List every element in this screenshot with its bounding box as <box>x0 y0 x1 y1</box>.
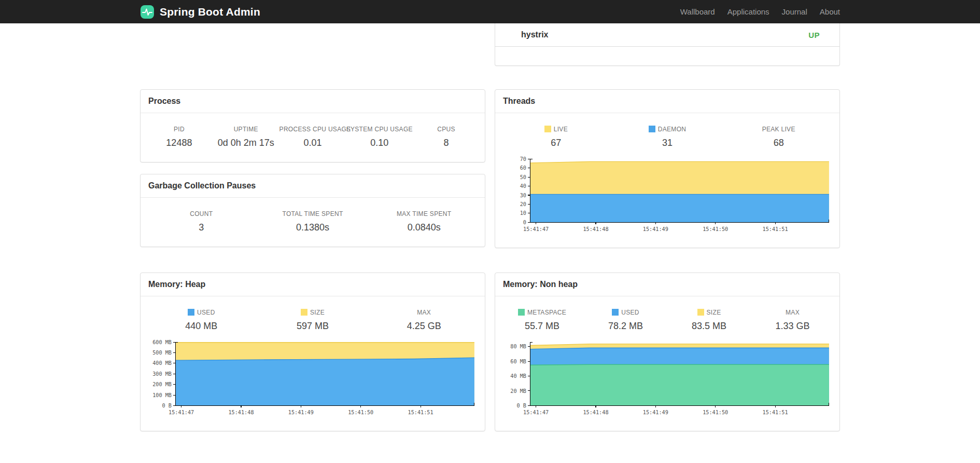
memory-heap-panel: Memory: Heap USED 440 MB SIZE 597 MB MAX… <box>140 273 485 431</box>
panel-title: Garbage Collection Pauses <box>148 181 256 190</box>
panel-title: Memory: Heap <box>148 280 205 289</box>
stat-used: USED 78.2 MB <box>584 309 667 332</box>
stat-value: 0.1380s <box>257 222 369 233</box>
svg-text:15:41:48: 15:41:48 <box>583 410 608 415</box>
stat-daemon: DAEMON 31 <box>612 126 723 148</box>
stat-label: PEAK LIVE <box>723 126 834 133</box>
status-badge: UP <box>808 31 820 39</box>
svg-text:0: 0 <box>523 220 526 225</box>
svg-text:500 MB: 500 MB <box>152 350 172 356</box>
stat-value: 55.7 MB <box>500 321 584 332</box>
stat-label: SIZE <box>257 309 369 316</box>
svg-text:20: 20 <box>520 201 526 207</box>
legend-marker <box>301 309 307 316</box>
stat-label: TOTAL TIME SPENT <box>257 210 369 217</box>
nav-link-about[interactable]: About <box>814 7 840 16</box>
svg-text:30: 30 <box>520 193 526 198</box>
navbar-inner: Spring Boot Admin Wallboard Applications… <box>140 0 840 23</box>
stat-label: PID <box>146 126 213 133</box>
stat-label: MAX <box>368 309 480 316</box>
legend-marker <box>612 309 619 316</box>
process-stats: PID 12488 UPTIME 0d 0h 2m 17s PROCESS CP… <box>141 113 485 162</box>
stat-label: MAX <box>751 309 834 316</box>
nav-links: Wallboard Applications Journal About <box>674 7 840 16</box>
brand[interactable]: Spring Boot Admin <box>140 5 260 19</box>
nav-link-journal[interactable]: Journal <box>776 7 814 16</box>
nav-link-applications[interactable]: Applications <box>721 7 776 16</box>
panel-title: Memory: Non heap <box>503 280 578 289</box>
svg-text:15:41:50: 15:41:50 <box>348 410 373 415</box>
stat-max: MAX 1.33 GB <box>751 309 834 332</box>
stat-max: MAX 4.25 GB <box>368 309 480 332</box>
gc-panel: Garbage Collection Pauses COUNT 3 TOTAL … <box>140 174 485 247</box>
svg-text:15:41:48: 15:41:48 <box>583 226 608 232</box>
memory-heap-chart: 0 B100 MB200 MB300 MB400 MB500 MB600 MB1… <box>141 337 485 431</box>
svg-text:400 MB: 400 MB <box>152 360 172 366</box>
nonheap-legend: METASPACE 55.7 MB USED 78.2 MB SIZE 83.5… <box>495 296 839 337</box>
stat-label: USED <box>584 309 667 316</box>
svg-text:80 MB: 80 MB <box>510 344 526 349</box>
svg-text:0 B: 0 B <box>162 403 172 408</box>
memory-nonheap-chart: 0 B20 MB40 MB60 MB80 MB15:41:4715:41:481… <box>495 337 839 431</box>
stat-size: SIZE 597 MB <box>257 309 369 332</box>
stat-value: 0.10 <box>346 138 413 148</box>
stat-label: DAEMON <box>612 126 723 133</box>
svg-text:50: 50 <box>520 174 526 180</box>
top-navbar: Spring Boot Admin Wallboard Applications… <box>0 0 980 23</box>
svg-text:200 MB: 200 MB <box>152 382 172 387</box>
stat-label: MAX TIME SPENT <box>368 210 480 217</box>
memory-heap-panel-heading: Memory: Heap <box>141 273 485 296</box>
nav-link-wallboard[interactable]: Wallboard <box>674 7 721 16</box>
stat-value: 0d 0h 2m 17s <box>213 138 279 148</box>
svg-text:40 MB: 40 MB <box>510 373 526 379</box>
stat-live: LIVE 67 <box>500 126 612 148</box>
svg-text:15:41:49: 15:41:49 <box>643 410 668 415</box>
stat-label: COUNT <box>146 210 257 217</box>
brand-title[interactable]: Spring Boot Admin <box>160 6 260 18</box>
svg-text:15:41:51: 15:41:51 <box>763 226 788 232</box>
stat-value: 1.33 GB <box>751 321 834 332</box>
svg-text:15:41:47: 15:41:47 <box>523 226 549 232</box>
svg-text:300 MB: 300 MB <box>152 371 172 377</box>
stat-uptime: UPTIME 0d 0h 2m 17s <box>213 126 279 148</box>
application-name-link[interactable]: hystrix <box>521 30 548 39</box>
stat-value: 4.25 GB <box>368 321 480 332</box>
svg-text:15:41:49: 15:41:49 <box>288 410 314 415</box>
stat-label: METASPACE <box>500 309 584 316</box>
stat-used: USED 440 MB <box>146 309 257 332</box>
svg-text:15:41:50: 15:41:50 <box>703 226 728 232</box>
threads-chart: 01020304050607015:41:4715:41:4815:41:491… <box>495 154 839 248</box>
stat-count: COUNT 3 <box>146 210 257 233</box>
legend-marker <box>544 126 551 132</box>
svg-text:15:41:51: 15:41:51 <box>763 410 788 415</box>
legend-marker <box>188 309 194 316</box>
stat-value: 8 <box>413 138 480 148</box>
stat-metaspace: METASPACE 55.7 MB <box>500 309 584 332</box>
gc-stats: COUNT 3 TOTAL TIME SPENT 0.1380s MAX TIM… <box>141 198 485 247</box>
stat-max-time-spent: MAX TIME SPENT 0.0840s <box>368 210 480 233</box>
svg-text:15:41:49: 15:41:49 <box>643 226 668 232</box>
stat-label: USED <box>146 309 257 316</box>
stat-system-cpu-usage: SYSTEM CPU USAGE 0.10 <box>346 126 413 148</box>
panel-title: Process <box>148 97 180 105</box>
stat-value: 78.2 MB <box>584 321 667 332</box>
application-row: hystrix UP <box>495 23 839 47</box>
stat-label: SYSTEM CPU USAGE <box>346 126 413 133</box>
stat-label: LIVE <box>500 126 612 133</box>
process-panel-heading: Process <box>141 90 485 113</box>
memory-nonheap-panel-heading: Memory: Non heap <box>495 273 839 296</box>
legend-marker <box>697 309 704 316</box>
svg-text:15:41:48: 15:41:48 <box>228 410 254 415</box>
svg-text:70: 70 <box>520 156 526 162</box>
svg-text:20 MB: 20 MB <box>510 388 526 394</box>
stat-value: 0.01 <box>279 138 346 148</box>
svg-text:10: 10 <box>520 210 526 216</box>
svg-text:15:41:47: 15:41:47 <box>523 410 549 415</box>
stat-process-cpu-usage: PROCESS CPU USAGE 0.01 <box>279 126 346 148</box>
legend-marker <box>649 126 655 132</box>
threads-panel: Threads LIVE 67 DAEMON 31 PEAK LIVE 68 <box>495 89 840 248</box>
stat-value: 0.0840s <box>368 222 480 233</box>
process-panel: Process PID 12488 UPTIME 0d 0h 2m 17s PR… <box>140 89 485 162</box>
stat-label: CPUS <box>413 126 480 133</box>
svg-text:0 B: 0 B <box>517 403 526 408</box>
